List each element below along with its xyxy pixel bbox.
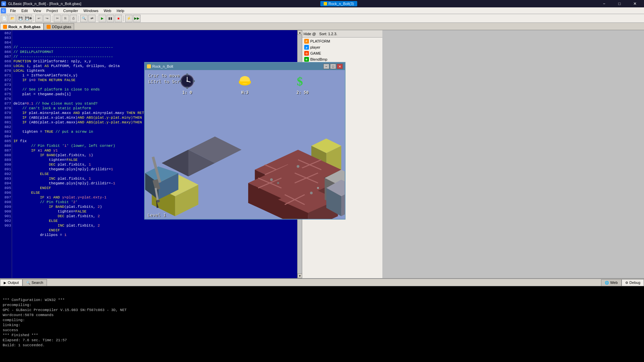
web-tab[interactable]: 🌐 Web [601,279,621,286]
maximize-button[interactable]: □ [612,0,627,7]
tab-ddgui[interactable]: DDgui.gbas [44,23,74,30]
save-all-button[interactable]: 💾✚ [25,15,32,22]
redo-button[interactable]: ↪ [43,15,51,22]
game-title-bar[interactable]: Rock_n_Bolt − □ ✕ [145,63,345,70]
taskbar-item[interactable]: Rock_n_Bolt(3) [320,1,357,6]
svg-text:$: $ [297,75,303,88]
tab-bar: Rock_n_Bolt.gbas DDgui.gbas [0,23,644,30]
game-level-text: Level 1 [145,211,169,219]
menu-file[interactable]: File [7,8,19,13]
sidebar-item-label: player [310,45,320,49]
svg-point-73 [179,80,181,82]
sidebar-item-player[interactable]: pplayer [303,44,382,50]
output-line: *** Finished *** [3,333,641,338]
sidebar-item-icon: P [304,39,309,44]
game-window[interactable]: Rock_n_Bolt − □ ✕ [144,62,345,220]
close-button[interactable]: ✕ [627,0,643,7]
sidebar-item-icon: p [304,45,309,50]
output-tab[interactable]: ▶ Output [0,279,22,286]
output-line: Wordcount:5078 commands [3,313,641,318]
menu-view[interactable]: View [31,8,44,13]
hud-money: $ 2: 50 [294,73,311,95]
tab-label-2: DDgui.gbas [52,25,71,29]
game-controls: − □ ✕ [323,64,343,69]
game-maximize-button[interactable]: □ [330,64,336,69]
menu-windows[interactable]: Windows [81,8,101,13]
app-icon: G [1,8,6,13]
menu-compiler[interactable]: Compiler [61,8,81,13]
svg-point-62 [277,182,279,184]
svg-point-61 [270,178,273,181]
web-tab-label: Web [610,281,618,285]
hud-helmet: H:3 [236,73,253,95]
sidebar-item-label: BlendBmp [310,57,327,61]
sidebar-item-game[interactable]: GGAME [303,50,382,56]
separator-3 [78,15,79,21]
game-close-button[interactable]: ✕ [337,64,343,69]
output-tab-label: Output [8,281,19,285]
svg-rect-77 [239,81,251,83]
menu-bar: G File Edit View Project Compiler Window… [0,7,644,14]
app-title: G GLBasic [Rock_n_Bolt] - [Rock_n_Bolt.g… [1,1,81,6]
sidebar-item-label: PLATFORM [310,39,330,43]
tab-icon-1 [3,25,7,29]
sidebar-item-blendbmp[interactable]: BBlendBmp [303,56,382,62]
paste-button[interactable]: ⎙ [70,15,77,22]
pause-button[interactable]: ▮▮ [107,15,114,22]
menu-project[interactable]: Project [44,8,60,13]
replace-button[interactable]: ⇄ [88,15,96,22]
menu-web[interactable]: Web [101,8,114,13]
separator-5 [123,15,124,21]
menu-edit[interactable]: Edit [19,8,31,13]
output-line: *** Configuration: WIN32 *** [3,298,641,303]
minimize-button[interactable]: − [596,0,612,7]
hud-helmet-label: H:3 [241,90,249,95]
sidebar-item-icon: B [304,57,309,62]
output-line: Build: 1 succeeded. [3,343,641,348]
sort-label: Sort: 1.2.3. [319,32,337,36]
hide-label[interactable]: Hide @ [304,32,316,36]
hud-clock-label: 1: 0 [182,90,192,95]
game-content: Crsr to move LCtrl to Screw [145,70,345,219]
tab-rock-n-bolt[interactable]: Rock_n_Bolt.gbas [0,23,44,30]
tab-icon-2 [47,25,51,29]
output-text: *** Configuration: WIN32 ***precompiling… [0,286,644,362]
save-button[interactable]: 💾 [17,15,24,22]
debug-tab[interactable]: ⚙ Debug [622,279,644,286]
game-icon [147,64,151,68]
cut-button[interactable]: ✂ [54,15,61,22]
search-tab[interactable]: 🔍 Search [22,279,47,286]
game-minimize-button[interactable]: − [323,64,329,69]
scroll-up-button[interactable]: ▲ [298,30,302,35]
build-button[interactable]: ▶▶ [133,15,141,22]
tab-label-1: Rock_n_Bolt.gbas [8,25,41,29]
search-toolbar-button[interactable]: 🔍 [80,15,88,22]
game-title-text: Rock_n_Bolt [147,64,173,68]
copy-button[interactable]: ⎘ [62,15,69,22]
sidebar-item-platform[interactable]: PPLATFORM [303,38,382,44]
output-line: Elapsed: 7.6 sec. Time: 21:57 [3,338,641,343]
svg-point-70 [186,80,188,82]
hud-money-label: 2: 50 [297,90,309,95]
sidebar-item-label: GAME [310,51,321,55]
game-hud-items: 1: 0 H:3 $ 2: 50 [145,73,345,95]
svg-point-74 [193,80,195,82]
undo-button[interactable]: ↩ [35,15,43,22]
scroll-down-button[interactable]: ▼ [298,274,302,278]
search-tab-label: Search [32,281,43,285]
separator-2 [52,15,52,21]
open-button[interactable]: 📂 [9,15,16,22]
menu-help[interactable]: Help [114,8,127,13]
stop-button[interactable]: ■ [115,15,122,22]
run-button[interactable]: ▶ [99,15,106,22]
output-line: compiling: [3,318,641,323]
svg-point-65 [297,165,300,168]
output-line: linking: [3,323,641,328]
svg-point-71 [186,73,188,75]
new-button[interactable]: 📄 [1,15,8,22]
compile-button[interactable]: ⚡ [125,15,132,22]
svg-point-63 [310,192,313,194]
svg-point-64 [317,187,319,189]
debug-tab-label: Debug [630,281,640,285]
svg-point-72 [186,87,188,89]
